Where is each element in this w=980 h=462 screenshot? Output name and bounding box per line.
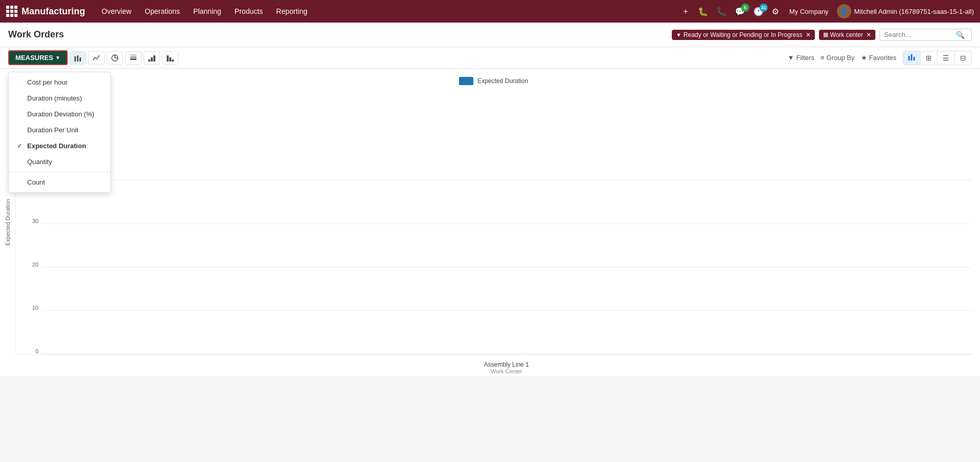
view-list[interactable]: ☰ bbox=[937, 51, 954, 65]
topnav: Manufacturing Overview Operations Planni… bbox=[0, 0, 980, 23]
activity-icon[interactable]: 🕐 31 bbox=[751, 5, 766, 18]
add-button[interactable]: ＋ bbox=[679, 4, 692, 19]
measure-quantity[interactable]: Quantity bbox=[9, 154, 110, 170]
search-input[interactable] bbox=[884, 31, 956, 38]
svg-rect-8 bbox=[130, 54, 136, 56]
grid-label-10: 10 bbox=[32, 305, 38, 311]
chart-bar-button[interactable] bbox=[70, 51, 86, 65]
user-menu[interactable]: 👤 Mitchell Admin (16789751-saas-15-1-all… bbox=[837, 4, 974, 18]
view-bar-chart[interactable] bbox=[903, 51, 920, 65]
view-grid[interactable]: ⊞ bbox=[920, 51, 937, 65]
filters-button[interactable]: ▼ Filters bbox=[788, 54, 814, 62]
pie-chart-icon bbox=[111, 54, 118, 62]
filter-workcenter-label: Work center bbox=[830, 31, 863, 38]
svg-rect-6 bbox=[130, 58, 136, 60]
settings-icon[interactable]: ⚙ bbox=[770, 5, 781, 18]
search-icon[interactable]: 🔍 bbox=[956, 31, 965, 39]
svg-rect-14 bbox=[172, 59, 174, 62]
messages-badge: 5 bbox=[741, 4, 749, 12]
line-chart-icon bbox=[93, 54, 100, 62]
nav-reporting[interactable]: Reporting bbox=[270, 4, 314, 18]
measures-button[interactable]: MEASURES ▼ bbox=[8, 50, 68, 65]
user-name: Mitchell Admin (16789751-saas-15-1-all) bbox=[854, 8, 974, 15]
app-logo[interactable]: Manufacturing bbox=[6, 6, 85, 17]
debug-icon[interactable]: 🐛 bbox=[696, 5, 710, 18]
svg-rect-7 bbox=[130, 56, 136, 58]
measure-deviation-label: Duration Deviation (%) bbox=[27, 110, 94, 118]
messages-icon[interactable]: 💬 5 bbox=[733, 5, 747, 18]
chart-stack-button[interactable] bbox=[125, 51, 142, 65]
svg-rect-9 bbox=[148, 59, 150, 62]
nav-planning[interactable]: Planning bbox=[187, 4, 228, 18]
search-bar[interactable]: 🔍 bbox=[879, 29, 972, 41]
measure-count[interactable]: Count bbox=[9, 174, 110, 190]
filter-icon: ▼ bbox=[676, 32, 682, 38]
filter-workcenter[interactable]: ▦ Work center ✕ bbox=[819, 30, 875, 40]
grid-line-30: 30 bbox=[42, 224, 972, 224]
chart-line-button[interactable] bbox=[88, 51, 105, 65]
bar-chart-icon bbox=[74, 54, 82, 62]
grid-label-20: 20 bbox=[32, 262, 38, 268]
grid-line-40: 40 bbox=[42, 180, 972, 180]
company-name: My Company bbox=[785, 8, 833, 15]
grid-label-30: 30 bbox=[32, 218, 38, 224]
filter-workcenter-close[interactable]: ✕ bbox=[866, 31, 871, 38]
activity-badge: 31 bbox=[759, 4, 768, 12]
sort-desc-icon bbox=[167, 54, 174, 62]
grid-lines: 40 30 20 10 0 bbox=[42, 93, 972, 354]
favorites-label: Favorites bbox=[869, 54, 896, 62]
grid-line-0: 0 bbox=[42, 354, 972, 354]
grid-line-10: 10 bbox=[42, 310, 972, 311]
svg-rect-13 bbox=[169, 57, 171, 62]
x-axis-area: Assembly Line 1 Work Center bbox=[15, 355, 972, 376]
sort-desc-button[interactable] bbox=[162, 51, 178, 65]
svg-rect-0 bbox=[74, 56, 76, 62]
view-pivot[interactable]: ⊟ bbox=[954, 51, 971, 65]
page-header: Work Orders ▼ Ready or Waiting or Pendin… bbox=[0, 23, 980, 47]
favorites-button[interactable]: ★ Favorites bbox=[861, 54, 896, 62]
grid-icon bbox=[6, 6, 17, 17]
measure-duration-per-unit[interactable]: Duration Per Unit bbox=[9, 122, 110, 138]
sort-asc-button[interactable] bbox=[144, 51, 160, 65]
svg-rect-10 bbox=[151, 57, 153, 62]
nav-products[interactable]: Products bbox=[228, 4, 269, 18]
measure-qty-label: Quantity bbox=[27, 158, 52, 166]
filter-workcenter-icon: ▦ bbox=[823, 31, 828, 38]
svg-rect-2 bbox=[79, 57, 81, 62]
legend-color-swatch bbox=[459, 77, 473, 85]
toolbar: MEASURES ▼ ▼ Filters ≡ Group By ★ Favori… bbox=[0, 47, 980, 69]
stack-icon bbox=[130, 54, 137, 62]
measure-cost-per-hour[interactable]: Cost per hour bbox=[9, 74, 110, 90]
svg-rect-1 bbox=[77, 55, 78, 62]
toolbar-right: ▼ Filters ≡ Group By ★ Favorites ⊞ ☰ ⊟ bbox=[788, 51, 972, 65]
filters-icon: ▼ bbox=[788, 54, 794, 62]
app-name: Manufacturing bbox=[22, 6, 85, 17]
measure-count-label: Count bbox=[27, 178, 45, 186]
filters-label: Filters bbox=[796, 54, 814, 62]
measures-arrow-icon: ▼ bbox=[55, 55, 61, 61]
measure-duration-deviation[interactable]: Duration Deviation (%) bbox=[9, 106, 110, 122]
nav-overview[interactable]: Overview bbox=[95, 4, 137, 18]
avatar: 👤 bbox=[837, 4, 851, 18]
chart-pie-button[interactable] bbox=[107, 51, 123, 65]
svg-rect-17 bbox=[913, 57, 915, 61]
page-title: Work Orders bbox=[8, 29, 64, 40]
filter-status-close[interactable]: ✕ bbox=[806, 31, 811, 38]
check-icon: ✓ bbox=[17, 142, 24, 150]
measure-duration-minutes[interactable]: Duration (minutes) bbox=[9, 90, 110, 106]
measure-cost-label: Cost per hour bbox=[27, 78, 68, 86]
legend-label: Expected Duration bbox=[477, 77, 528, 85]
svg-rect-11 bbox=[153, 55, 155, 62]
measures-label: MEASURES bbox=[15, 54, 53, 62]
groupby-label: Group By bbox=[827, 54, 855, 62]
svg-rect-12 bbox=[167, 55, 169, 62]
groupby-button[interactable]: ≡ Group By bbox=[821, 54, 855, 62]
measure-perunit-label: Duration Per Unit bbox=[27, 126, 78, 134]
phone-icon[interactable]: 📞 bbox=[714, 5, 729, 18]
filter-status[interactable]: ▼ Ready or Waiting or Pending or In Prog… bbox=[672, 30, 815, 40]
measure-expected-duration[interactable]: ✓ Expected Duration bbox=[9, 138, 110, 154]
star-icon: ★ bbox=[861, 54, 867, 62]
chart-area: Expected Duration Expected Duration 40 3… bbox=[0, 69, 980, 376]
measure-duration-label: Duration (minutes) bbox=[27, 94, 82, 102]
nav-operations[interactable]: Operations bbox=[138, 4, 186, 18]
